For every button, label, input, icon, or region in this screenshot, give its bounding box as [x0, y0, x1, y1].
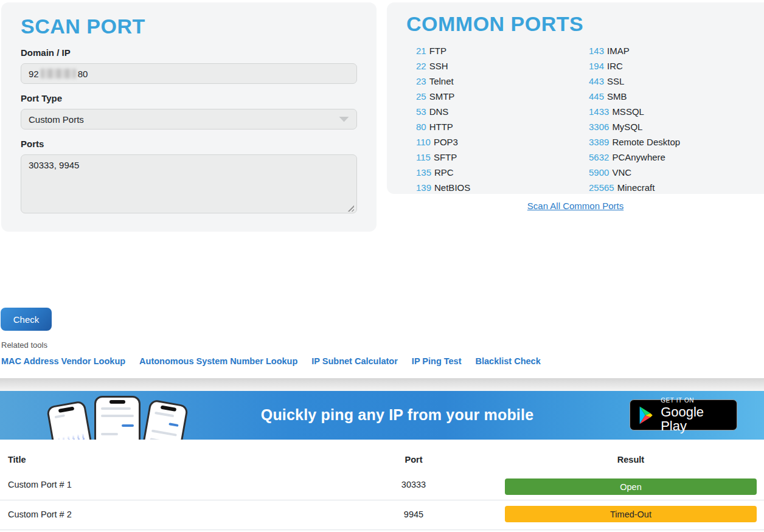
port-item: 443SSL: [589, 74, 752, 89]
common-ports-column-1: 21FTP 22SSH 23Telnet 25SMTP 53DNS 80HTTP…: [406, 43, 579, 195]
domain-value-redacted: [41, 69, 76, 78]
port-item: 80HTTP: [416, 119, 579, 134]
domain-value-suffix: 80: [78, 69, 88, 79]
phone-notch: [109, 400, 125, 404]
scan-all-common-ports-link[interactable]: Scan All Common Ports: [527, 201, 623, 211]
port-item: 135RPC: [416, 165, 579, 180]
scan-all-common-ports-wrap: Scan All Common Ports: [387, 201, 764, 212]
port-item: 22SSH: [416, 58, 579, 74]
table-header-port: Port: [371, 455, 456, 465]
related-tools-heading: Related tools: [1, 340, 47, 350]
port-item: 139NetBIOS: [416, 180, 579, 195]
port-item: 445SMB: [589, 89, 752, 104]
common-ports-column-2: 143IMAP 194IRC 443SSL 445SMB 1433MSSQL 3…: [579, 43, 752, 195]
common-ports-title: COMMON PORTS: [406, 12, 759, 36]
port-item: 110POP3: [416, 134, 579, 150]
port-item: 3389Remote Desktop: [589, 134, 752, 150]
scan-port-panel: SCAN PORT Domain / IP 9280 Port Type Cus…: [1, 2, 377, 232]
check-button[interactable]: Check: [1, 308, 52, 331]
ports-label: Ports: [21, 139, 357, 149]
common-ports-grid: 21FTP 22SSH 23Telnet 25SMTP 53DNS 80HTTP…: [406, 43, 759, 195]
port-item: 53DNS: [416, 104, 579, 119]
google-play-badge[interactable]: GET IT ON Google Play: [630, 399, 737, 430]
port-type-value: Custom Ports: [29, 114, 84, 125]
common-ports-panel: COMMON PORTS 21FTP 22SSH 23Telnet 25SMTP…: [387, 2, 764, 194]
chevron-down-icon: [339, 117, 349, 122]
table-row-divider: [0, 500, 764, 500]
link-blacklist-check[interactable]: Blacklist Check: [476, 356, 541, 366]
link-mac-address-vendor-lookup[interactable]: MAC Address Vendor Lookup: [1, 356, 125, 366]
table-row-title: Custom Port # 1: [8, 480, 72, 489]
domain-input[interactable]: 9280: [21, 63, 357, 84]
domain-value-prefix: 92: [29, 69, 39, 79]
ports-textarea-wrap: [21, 154, 357, 216]
related-tools-links: MAC Address Vendor Lookup Autonomous Sys…: [1, 356, 541, 366]
link-ip-subnet-calculator[interactable]: IP Subnet Calculator: [311, 356, 398, 366]
table-row-port: 30333: [371, 480, 456, 489]
port-item: 23Telnet: [416, 74, 579, 89]
mini-chart: [58, 433, 89, 440]
table-header-title: Title: [8, 455, 26, 465]
page: SCAN PORT Domain / IP 9280 Port Type Cus…: [0, 0, 764, 532]
table-row-title: Custom Port # 2: [8, 510, 72, 519]
google-play-small-text: GET IT ON: [661, 397, 729, 405]
port-item: 1433MSSQL: [589, 104, 752, 119]
port-item: 194IRC: [589, 58, 752, 74]
port-item: 5900VNC: [589, 165, 752, 180]
link-asn-lookup[interactable]: Autonomous System Number Lookup: [139, 356, 297, 366]
status-badge-timed-out: Timed-Out: [505, 506, 757, 522]
port-item: 5632PCAnywhere: [589, 150, 752, 165]
scan-port-title: SCAN PORT: [21, 15, 357, 38]
port-item: 3306MySQL: [589, 119, 752, 134]
phone-mockup: [94, 396, 141, 440]
status-badge-open: Open: [505, 478, 757, 495]
port-type-label: Port Type: [21, 93, 357, 103]
link-ip-ping-test[interactable]: IP Ping Test: [412, 356, 462, 366]
port-item: 115SFTP: [416, 150, 579, 165]
google-play-large-text: Google Play: [661, 405, 729, 433]
port-item: 25565Minecraft: [589, 180, 752, 195]
section-divider: [0, 378, 764, 391]
google-play-icon: [638, 406, 654, 425]
table-header-result: Result: [505, 455, 757, 465]
port-item: 21FTP: [416, 43, 579, 58]
google-play-badge-text: GET IT ON Google Play: [661, 397, 729, 433]
port-item: 25SMTP: [416, 89, 579, 104]
table-row-divider: [0, 530, 764, 530]
ports-textarea[interactable]: [21, 154, 357, 213]
domain-ip-label: Domain / IP: [21, 47, 357, 58]
port-item: 143IMAP: [589, 43, 752, 58]
table-row-port: 9945: [371, 510, 456, 519]
port-type-select[interactable]: Custom Ports: [21, 109, 357, 130]
